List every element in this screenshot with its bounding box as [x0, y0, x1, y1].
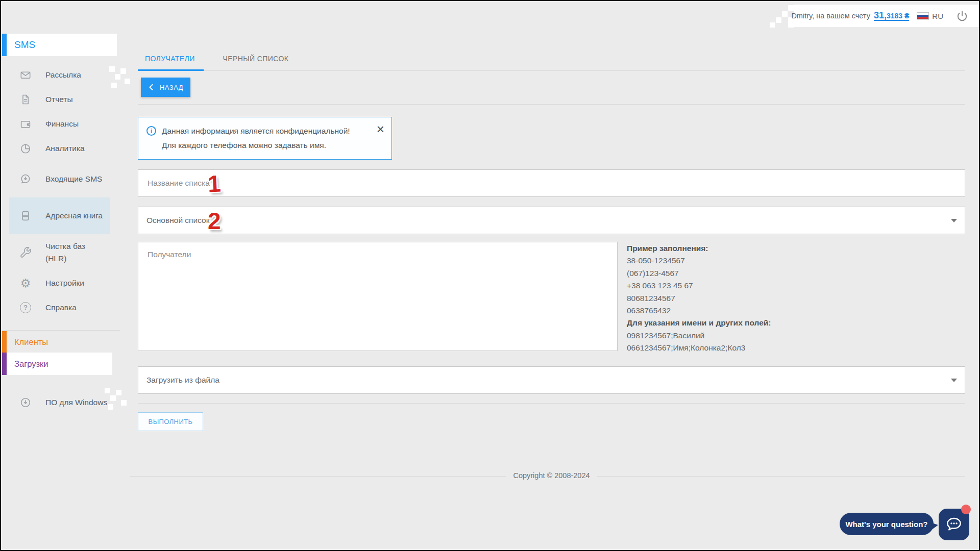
notice-line-1: Данная информация является конфиденциаль…: [162, 124, 350, 138]
upload-value: Загрузить из файла: [146, 375, 219, 385]
example-phone: (067)123-4567: [627, 267, 771, 280]
sidebar-section-downloads[interactable]: Загрузки: [2, 353, 112, 375]
mail-icon: [19, 69, 32, 81]
example-phone: +38 063 123 45 67: [627, 280, 771, 292]
example-phone: 0638765432: [627, 305, 771, 317]
logout-button[interactable]: [955, 9, 969, 22]
fields-heading: Для указания имени и других полей:: [627, 317, 771, 329]
list-type-value: Основной список: [146, 216, 210, 225]
sidebar: SMS Рассылка Отчеты: [2, 34, 120, 421]
footer: Copyright © 2008-2024: [138, 471, 965, 481]
notification-badge: [961, 505, 971, 514]
download-icon: [19, 396, 32, 409]
sidebar-item-help[interactable]: ? Справка: [2, 295, 120, 320]
notice-line-2: Для каждого телефона можно задавать имя.: [162, 138, 350, 153]
topbar: Dmitry, на вашем счету 31,3183 ₴ RU: [794, 5, 979, 27]
balance-link[interactable]: 31,3183 ₴: [874, 11, 909, 21]
incoming-sms-icon: [19, 173, 32, 185]
wallet-icon: [19, 118, 32, 130]
language-switcher[interactable]: RU: [932, 12, 943, 20]
tab-blacklist[interactable]: ЧЕРНЫЙ СПИСОК: [216, 47, 298, 70]
sidebar-divider: [2, 330, 120, 331]
chat-prompt-bubble[interactable]: What's your question?: [840, 513, 934, 535]
help-icon: ?: [19, 302, 32, 313]
confidential-notice: i Данная информация является конфиденциа…: [138, 117, 392, 160]
address-book-icon: [19, 210, 32, 222]
upload-from-file-select[interactable]: Загрузить из файла: [138, 366, 965, 394]
chat-bubble-icon: [945, 516, 963, 533]
sidebar-item-hlr-cleaning[interactable]: Чистка баз (HLR): [2, 234, 120, 271]
info-icon: i: [146, 126, 156, 136]
list-name-field[interactable]: 1: [138, 169, 965, 197]
recipients-field[interactable]: [138, 242, 618, 351]
sidebar-item-finance[interactable]: Финансы: [2, 112, 120, 136]
power-icon: [955, 9, 969, 22]
section-divider: [138, 403, 965, 404]
sidebar-item-broadcast[interactable]: Рассылка: [2, 63, 120, 87]
examples-heading: Пример заполнения:: [627, 242, 771, 255]
sidebar-item-incoming-sms[interactable]: Входящие SMS: [2, 161, 120, 197]
list-name-input[interactable]: [146, 178, 957, 188]
recipients-row: Пример заполнения: 38-050-1234567 (067)1…: [138, 242, 965, 355]
chevron-down-icon: [951, 379, 957, 382]
example-phone: 80681234567: [627, 292, 771, 305]
close-icon[interactable]: ×: [377, 122, 384, 136]
back-button[interactable]: НАЗАД: [141, 78, 190, 97]
tab-bar: ПОЛУЧАТЕЛИ ЧЕРНЫЙ СПИСОК: [138, 47, 965, 71]
main-content: ПОЛУЧАТЕЛИ ЧЕРНЫЙ СПИСОК НАЗАД i Данная …: [138, 47, 965, 481]
annotation-1: 1: [207, 170, 222, 197]
account-text: Dmitry, на вашем счету: [791, 12, 870, 20]
execute-button[interactable]: ВЫПОЛНИТЬ: [138, 412, 203, 431]
sidebar-nav: Рассылка Отчеты Финансы: [2, 63, 120, 320]
pixel-decoration: [766, 5, 794, 28]
recipients-textarea[interactable]: [146, 249, 611, 346]
section-divider: [138, 104, 965, 105]
tab-recipients[interactable]: ПОЛУЧАТЕЛИ: [138, 47, 204, 70]
copyright-text: Copyright © 2008-2024: [506, 471, 597, 480]
example-field: 0661234567;Имя;Колонка2;Кол3: [627, 342, 771, 354]
example-field: 0981234567;Василий: [627, 330, 771, 342]
sms-section-title: SMS: [14, 39, 35, 51]
chevron-left-icon: [148, 84, 154, 91]
sidebar-item-address-book[interactable]: Адресная книга: [9, 197, 110, 234]
russian-flag-icon[interactable]: [917, 12, 929, 20]
gear-icon: ⚙: [19, 277, 32, 289]
sidebar-section-sms[interactable]: SMS: [2, 34, 117, 56]
example-phone: 38-050-1234567: [627, 255, 771, 267]
sidebar-item-windows-software[interactable]: ПО для Windows: [2, 384, 120, 421]
fill-examples: Пример заполнения: 38-050-1234567 (067)1…: [627, 242, 771, 355]
app-window: Dmitry, на вашем счету 31,3183 ₴ RU SMS: [0, 0, 980, 551]
sidebar-item-reports[interactable]: Отчеты: [2, 87, 120, 112]
report-icon: [19, 93, 32, 106]
list-type-select[interactable]: Основной список 2: [138, 207, 965, 234]
sidebar-item-analytics[interactable]: Аналитика: [2, 136, 120, 161]
chevron-down-icon: [951, 219, 957, 222]
sidebar-section-clients[interactable]: Клиенты: [2, 331, 120, 353]
sidebar-item-settings[interactable]: ⚙ Настройки: [2, 271, 120, 295]
wrench-icon: [19, 246, 32, 259]
annotation-2: 2: [208, 208, 221, 234]
pie-chart-icon: [19, 142, 32, 155]
